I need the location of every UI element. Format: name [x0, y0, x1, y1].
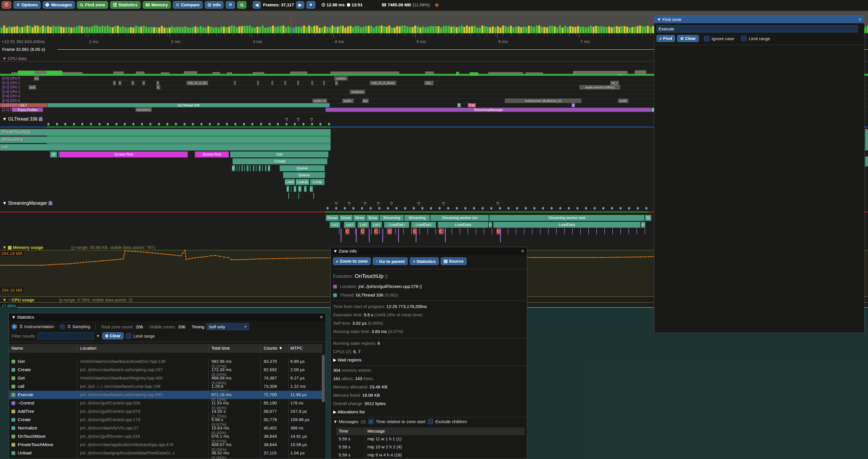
message-marker[interactable]: ▽ — [297, 117, 300, 122]
message-row[interactable]: 5.59 smip 10 w 2 h 2 (4) — [336, 443, 525, 451]
filter-input[interactable] — [38, 332, 94, 339]
message-marker[interactable]: ▽ — [377, 201, 380, 205]
prev-frame-button[interactable]: ◀ — [253, 1, 261, 9]
cpu-zone[interactable]: A — [571, 103, 575, 107]
zone-bar[interactable]: ( — [268, 165, 270, 171]
zone-bar[interactable]: U — [489, 222, 492, 228]
zone-bar-error[interactable]: C — [345, 229, 349, 234]
go-to-parent-button[interactable]: ↑ Go to parent — [373, 258, 408, 265]
column-header[interactable]: Counts ▼ — [264, 346, 283, 351]
zone-bar[interactable]: ( — [304, 186, 307, 192]
table-row[interactable]: ~Controljni/../jni/src/guif/Control.cpp:… — [9, 399, 322, 407]
zone-bar[interactable]: E — [232, 165, 235, 171]
funnel-icon[interactable]: ▼ — [96, 334, 100, 338]
zone-bar[interactable] — [258, 165, 261, 171]
zone-bar[interactable] — [313, 193, 314, 199]
limit-range-checkbox[interactable] — [126, 333, 131, 339]
exclude-children-checkbox[interactable] — [428, 419, 433, 424]
zone-bar[interactable]: Streaming — [379, 215, 404, 221]
cpu-process-chip[interactable] — [284, 81, 286, 85]
zone-bar[interactable]: LoadData — [438, 222, 488, 228]
limit-range-checkbox[interactable] — [741, 36, 746, 41]
streaming-header[interactable]: ▼ StreamingManager — [2, 200, 52, 206]
find-zone-input[interactable]: Execute — [657, 25, 858, 32]
time-relative-checkbox[interactable]: ✓ — [368, 419, 374, 424]
next-frame-button[interactable]: ▶ — [296, 1, 304, 9]
close-icon[interactable]: ✕ — [521, 249, 525, 254]
zone-bar[interactable]: call — [0, 144, 331, 151]
zone-bar[interactable]: LoU — [371, 222, 382, 228]
cpu-zone[interactable]: GLThread 336 — [48, 103, 330, 107]
zone-bar-error[interactable]: C — [388, 229, 392, 234]
column-header[interactable]: Name — [11, 346, 23, 351]
zone-bar[interactable]: ScreenText — [195, 151, 229, 158]
zone-bar[interactable]: Streaming worker tas — [430, 215, 489, 221]
options-button[interactable]: ⚙Options — [13, 1, 40, 9]
clear-button[interactable]: ⊗ Clear — [102, 332, 124, 339]
zone-bar[interactable]: (S — [50, 151, 57, 158]
cpu-usage-header[interactable]: ▼ ◔ CPU usage — [2, 297, 34, 302]
cpu-process-chip[interactable]: audio.se — [312, 99, 327, 103]
compare-button[interactable]: ⚖Compare — [173, 1, 203, 9]
zone-bar[interactable]: PrivateTouchUp — [0, 129, 331, 136]
zone-bar[interactable] — [288, 193, 289, 199]
cpu-zone[interactable]: Trac — [468, 103, 476, 107]
cpu-process-chip[interactable] — [311, 81, 313, 85]
zone-bar[interactable] — [239, 165, 240, 171]
zone-bar-error[interactable]: C — [361, 229, 365, 234]
zone-bar[interactable] — [262, 165, 263, 171]
cpu-process-chip[interactable] — [234, 81, 236, 85]
messages-toggle[interactable]: ▼ Messages — [333, 419, 358, 424]
instrumentation-radio[interactable] — [12, 324, 17, 329]
zone-bar[interactable]: Strea — [366, 215, 379, 221]
table-row[interactable]: PrivateTouchMovejni/../jni/src/claw/appl… — [9, 440, 322, 449]
zone-bar[interactable] — [241, 165, 243, 171]
message-marker[interactable]: ▽ — [417, 201, 420, 205]
zone-bar-error[interactable]: C — [413, 229, 417, 234]
info-button[interactable]: Info — [205, 1, 224, 9]
zone-bar[interactable]: Queue — [279, 165, 325, 171]
zone-bar[interactable]: Create — [232, 158, 328, 164]
close-icon[interactable]: ✕ — [319, 315, 323, 320]
cpu-process-chip[interactable]: cds_ — [425, 81, 433, 85]
zone-bar[interactable]: |- — [298, 186, 302, 192]
zone-bar[interactable]: LoaU — [285, 179, 295, 185]
zone-bar[interactable] — [265, 165, 267, 171]
table-row[interactable]: Get/mnt/e/claw/src/claw/base/Registry.hp… — [9, 374, 322, 382]
cpu-process-chip[interactable]: c — [335, 81, 338, 85]
cpu-process-chip[interactable] — [323, 81, 325, 85]
zone-bar[interactable] — [253, 165, 254, 171]
cpu-process-chip[interactable]: audioserver (AudioOut_D) — [505, 99, 581, 103]
cpu-process-chip[interactable]: k. — [157, 85, 160, 89]
zone-bar[interactable]: Streaming — [404, 215, 430, 221]
tools-button[interactable]: ⚒ — [226, 1, 235, 9]
zone-bar[interactable]: Streaming worker task — [489, 215, 645, 221]
zone-bar[interactable] — [298, 193, 299, 199]
zone-bar[interactable]: ( — [286, 186, 289, 192]
zone-bar[interactable] — [250, 165, 251, 171]
zone-bar[interactable] — [256, 165, 257, 171]
zone-bar[interactable]: LcU — [330, 222, 340, 228]
cpu-process-chip[interactable] — [297, 81, 299, 85]
message-row[interactable]: 5.59 smip 11 w 1 h 1 (1) — [336, 435, 525, 443]
cpu-process-chip[interactable]: auc — [363, 99, 369, 103]
cpu-process-chip[interactable]: audio.service (effect) — [580, 85, 620, 89]
cpu-process-chip[interactable]: c — [113, 81, 116, 85]
column-header[interactable]: Message — [367, 429, 385, 433]
sampling-radio[interactable] — [60, 324, 65, 329]
find-button[interactable]: ⌕ Find — [657, 35, 675, 42]
zone-bar[interactable]: LoU — [358, 222, 369, 228]
cpu-process-chip[interactable]: kworker/u — [135, 108, 152, 112]
column-header[interactable]: Total time — [211, 346, 230, 351]
cpu-zone[interactable]: Ti — [457, 103, 461, 107]
message-marker[interactable]: ▽ — [335, 201, 338, 205]
zone-bar[interactable]: ScreenText — [59, 151, 188, 158]
zone-bar[interactable]: Get — [230, 151, 329, 158]
zone-bar[interactable]: St — [645, 215, 651, 221]
message-marker[interactable]: ▽ — [364, 201, 367, 205]
memory-button[interactable]: Memory — [143, 1, 171, 9]
zone-bar-error[interactable]: C — [497, 229, 500, 234]
cpu-process-chip[interactable]: audio — [618, 99, 628, 103]
zone-bar[interactable]: LoadDaU — [384, 222, 409, 228]
table-row[interactable]: calljni/../jni/../../../src/claw/base/Lu… — [9, 382, 322, 391]
